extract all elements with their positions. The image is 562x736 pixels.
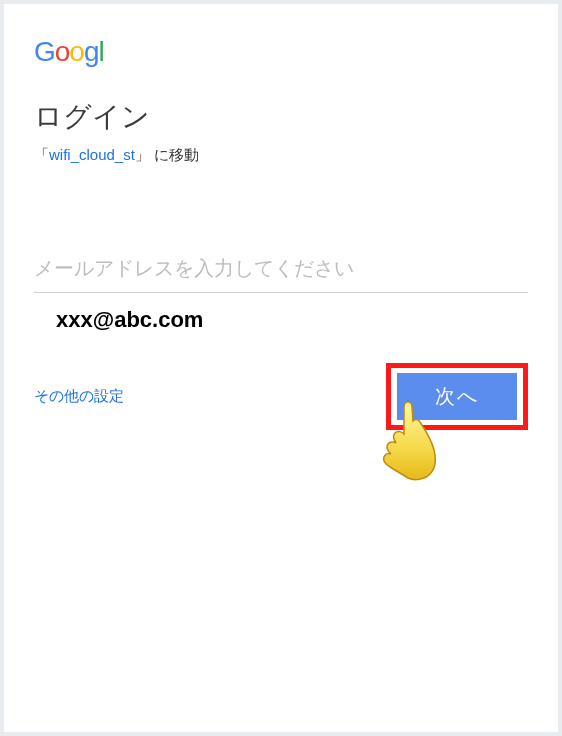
logo-letter: G	[34, 36, 55, 67]
logo-letter: l	[99, 36, 104, 67]
other-settings-link[interactable]: その他の設定	[34, 387, 124, 406]
next-button-highlight: 次へ	[386, 363, 528, 430]
logo-letter: o	[55, 36, 70, 67]
email-placeholder[interactable]: メールアドレスを入力してください	[34, 255, 528, 293]
logo-letter: g	[84, 36, 99, 67]
redirect-suffix: 」 に移動	[135, 146, 199, 163]
next-button[interactable]: 次へ	[397, 373, 517, 420]
redirect-prefix: 「	[34, 146, 49, 163]
redirect-text: 「wifi_cloud_st」 に移動	[34, 146, 528, 165]
page-title: ログイン	[34, 98, 528, 136]
login-card: Googl ログイン 「wifi_cloud_st」 に移動 メールアドレスを入…	[4, 4, 558, 732]
email-field-area: メールアドレスを入力してください xxx@abc.com	[34, 255, 528, 333]
email-value: xxx@abc.com	[56, 307, 528, 333]
actions-row: その他の設定 次へ	[34, 363, 528, 430]
logo-letter: o	[69, 36, 84, 67]
redirect-link[interactable]: wifi_cloud_st	[49, 146, 135, 163]
google-logo: Googl	[34, 36, 528, 68]
